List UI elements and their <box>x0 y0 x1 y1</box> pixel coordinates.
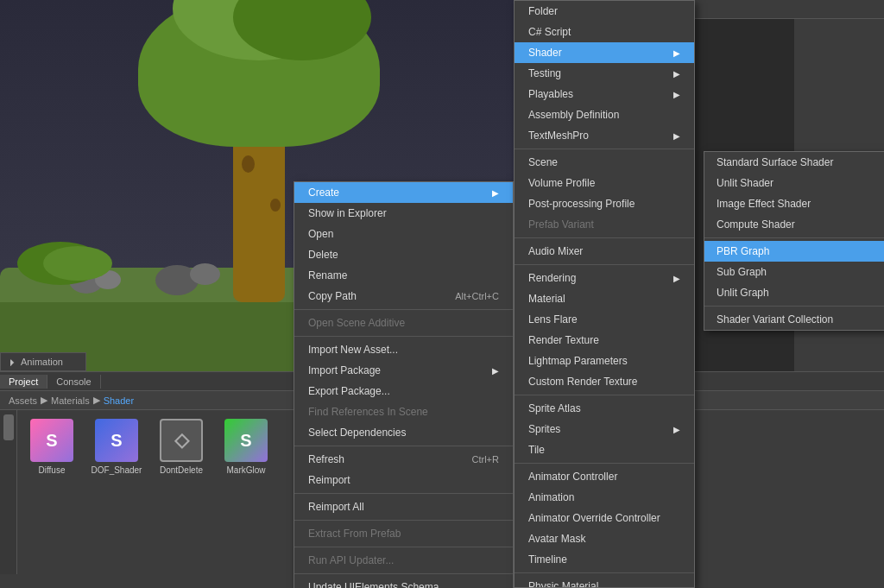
menu-divider <box>515 572 694 573</box>
menu-item-reimport[interactable]: Reimport <box>294 470 513 490</box>
submenu-item-custom-render-texture[interactable]: Custom Render Texture <box>515 371 694 392</box>
submenu-arrow: ▶ <box>492 366 499 376</box>
submenu-item-audio-mixer[interactable]: Audio Mixer <box>515 241 694 262</box>
shader-submenu-item-sub-graph[interactable]: Sub Graph <box>704 262 884 282</box>
submenu-arrow: ▶ <box>673 90 680 99</box>
shader-submenu-item-unlit-graph[interactable]: Unlit Graph <box>704 282 884 303</box>
menu-item-extract-from-prefab: Extract From Prefab <box>294 523 513 544</box>
menu-item-refresh[interactable]: Refresh Ctrl+R <box>294 449 513 470</box>
dont-delete-label: DontDelete <box>160 465 203 475</box>
submenu-item-physic-material[interactable]: Physic Material <box>515 576 694 588</box>
submenu-item-lens-flare[interactable]: Lens Flare <box>515 309 694 330</box>
menu-divider <box>704 306 884 307</box>
breadcrumb-sep2: ▶ <box>93 395 100 406</box>
submenu-item-tile[interactable]: Tile <box>515 439 694 460</box>
breadcrumb-sep1: ▶ <box>41 395 47 406</box>
submenu-item-testing[interactable]: Testing ▶ <box>515 63 694 84</box>
shader-submenu-item-unlit[interactable]: Unlit Shader <box>704 173 884 193</box>
shader-submenu-item-variant-collection[interactable]: Shader Variant Collection <box>704 309 884 330</box>
create-submenu: Folder C# Script Shader ▶ Testing ▶ Play… <box>514 0 695 588</box>
breadcrumb-materials[interactable]: Materials <box>51 395 90 406</box>
animation-tab[interactable]: ⏵ Animation <box>0 352 86 371</box>
shader-submenu-item-pbr-graph[interactable]: PBR Graph <box>704 241 884 262</box>
tab-project[interactable]: Project <box>0 375 47 389</box>
submenu-item-shader[interactable]: Shader ▶ <box>515 42 694 63</box>
submenu-item-folder[interactable]: Folder <box>515 1 694 22</box>
menu-divider <box>704 237 884 238</box>
menu-item-show-explorer[interactable]: Show in Explorer <box>294 203 513 224</box>
submenu-item-animation[interactable]: Animation <box>515 487 694 508</box>
menu-item-export-package[interactable]: Export Package... <box>294 381 513 401</box>
tree-trunk <box>233 130 285 302</box>
submenu-item-sprite-atlas[interactable]: Sprite Atlas <box>515 398 694 419</box>
submenu-arrow: ▶ <box>673 131 680 141</box>
tab-console-bottom[interactable]: Console <box>47 375 100 389</box>
menu-divider <box>294 520 513 521</box>
dof-shader-icon[interactable]: S <box>95 419 138 462</box>
menu-item-find-references: Find References In Scene <box>294 401 513 422</box>
submenu-item-material[interactable]: Material <box>515 288 694 309</box>
menu-item-import-package[interactable]: Import Package ▶ <box>294 360 513 381</box>
submenu-arrow: ▶ <box>673 48 680 58</box>
submenu-item-lightmap-params[interactable]: Lightmap Parameters <box>515 351 694 371</box>
submenu-item-volume-profile[interactable]: Volume Profile <box>515 173 694 193</box>
breadcrumb-shader: Shader <box>104 395 134 406</box>
animation-icon: ⏵ <box>8 357 17 367</box>
menu-divider <box>294 309 513 310</box>
menu-item-create[interactable]: Create ▶ <box>294 182 513 203</box>
bush <box>43 246 112 281</box>
menu-item-open[interactable]: Open <box>294 224 513 244</box>
list-item: S MarkGlow <box>220 419 272 475</box>
submenu-item-avatar-mask[interactable]: Avatar Mask <box>515 528 694 549</box>
menu-divider <box>515 264 694 265</box>
dont-delete-icon[interactable]: ◇ <box>160 419 203 462</box>
rock <box>190 263 220 285</box>
list-item: S DOF_Shader <box>91 419 142 475</box>
submenu-item-playables[interactable]: Playables ▶ <box>515 84 694 104</box>
mark-glow-icon[interactable]: S <box>224 419 268 462</box>
menu-divider <box>515 395 694 395</box>
submenu-item-render-texture[interactable]: Render Texture <box>515 330 694 351</box>
submenu-item-animator-override[interactable]: Animator Override Controller <box>515 508 694 528</box>
tree-foliage <box>138 0 380 147</box>
submenu-item-scene[interactable]: Scene <box>515 152 694 173</box>
submenu-arrow: ▶ <box>492 188 499 198</box>
diffuse-label: Diffuse <box>39 465 66 475</box>
menu-divider <box>294 547 513 547</box>
menu-divider <box>294 446 513 446</box>
submenu-item-sprites[interactable]: Sprites ▶ <box>515 419 694 439</box>
submenu-item-rendering[interactable]: Rendering ▶ <box>515 268 694 288</box>
diffuse-icon[interactable]: S <box>30 419 73 462</box>
shader-submenu-item-compute[interactable]: Compute Shader <box>704 214 884 235</box>
shader-submenu-item-standard[interactable]: Standard Surface Shader <box>704 152 884 173</box>
submenu-item-animator-controller[interactable]: Animator Controller <box>515 466 694 487</box>
scroll-thumb[interactable] <box>3 414 14 440</box>
menu-divider <box>515 463 694 464</box>
shader-submenu-item-image-effect[interactable]: Image Effect Shader <box>704 193 884 214</box>
menu-item-copy-path[interactable]: Copy Path Alt+Ctrl+C <box>294 286 513 307</box>
submenu-item-assembly-def[interactable]: Assembly Definition <box>515 104 694 125</box>
menu-item-import-new-asset[interactable]: Import New Asset... <box>294 339 513 360</box>
submenu-arrow: ▶ <box>673 425 680 434</box>
menu-item-select-dependencies[interactable]: Select Dependencies <box>294 422 513 443</box>
breadcrumb-assets[interactable]: Assets <box>9 395 37 406</box>
menu-divider <box>294 336 513 337</box>
submenu-item-post-processing[interactable]: Post-processing Profile <box>515 193 694 214</box>
menu-item-update-uielements[interactable]: Update UIElements Schema <box>294 577 513 588</box>
submenu-item-timeline[interactable]: Timeline <box>515 549 694 570</box>
submenu-arrow: ▶ <box>673 69 680 79</box>
menu-divider <box>515 237 694 238</box>
menu-item-reimport-all[interactable]: Reimport All <box>294 496 513 517</box>
menu-divider <box>294 573 513 574</box>
dof-shader-label: DOF_Shader <box>92 465 142 475</box>
menu-divider <box>515 149 694 149</box>
outer-context-menu: Create ▶ Show in Explorer Open Delete Re… <box>294 181 514 588</box>
menu-divider <box>294 493 513 494</box>
scroll-bar[interactable] <box>0 410 17 574</box>
menu-item-rename[interactable]: Rename <box>294 265 513 286</box>
menu-item-run-api-updater: Run API Updater... <box>294 550 513 571</box>
submenu-item-textmeshpro[interactable]: TextMeshPro ▶ <box>515 125 694 146</box>
menu-item-delete[interactable]: Delete <box>294 244 513 265</box>
mark-glow-label: MarkGlow <box>226 465 265 475</box>
submenu-item-csharp-script[interactable]: C# Script <box>515 22 694 42</box>
